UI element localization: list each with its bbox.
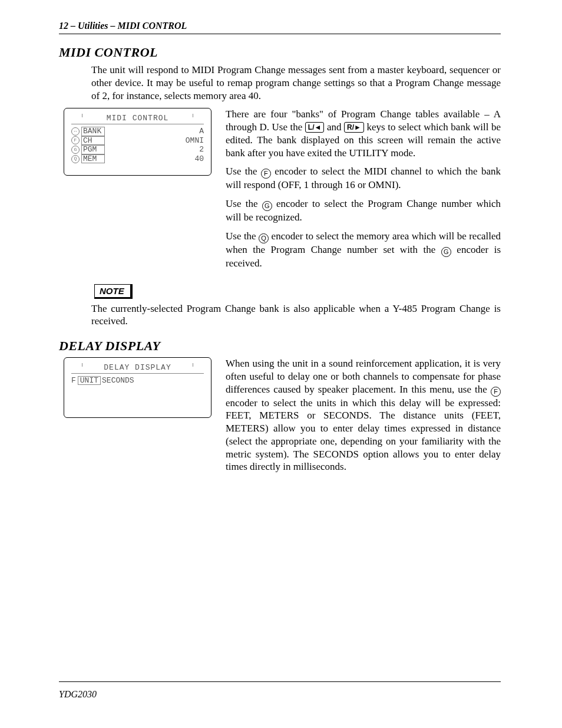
lcd-delay-display: DELAY DISPLAY F UNIT SECONDS: [64, 357, 211, 418]
encoder-f-icon: F: [491, 387, 501, 397]
knob-icon: F: [71, 136, 80, 144]
footer-rule: [59, 681, 501, 682]
lcd-row-mem: Q MEM 40: [71, 154, 204, 164]
lcd-row-pgm: G PGM 2: [71, 145, 204, 154]
lcd-label: BANK: [81, 127, 105, 136]
encoder-g-icon: G: [441, 247, 451, 257]
page-number: 12: [59, 21, 68, 31]
note-label-box: NOTE: [94, 284, 133, 299]
midi-f-encoder-paragraph: Use the F encoder to select the MIDI cha…: [226, 165, 501, 192]
lcd-midi-control: MIDI CONTROL ↔ BANK A F CH OMNI G PGM 2: [64, 108, 211, 176]
midi-g-encoder-paragraph: Use the G encoder to select the Program …: [226, 197, 501, 224]
note-text: The currently-selected Program Change ba…: [91, 302, 501, 328]
knob-icon: F: [71, 377, 76, 385]
lcd-row-ch: F CH OMNI: [71, 136, 204, 146]
lcd-label: CH: [81, 136, 105, 146]
lcd-value: OMNI: [180, 137, 204, 145]
lcd-label: MEM: [81, 154, 105, 164]
lcd-title: MIDI CONTROL: [71, 114, 204, 124]
breadcrumb: – Utilities – MIDI CONTROL: [68, 21, 187, 31]
section-title-delay-display: DELAY DISPLAY: [59, 338, 501, 354]
text: encoder to select the units in which thi…: [226, 397, 501, 473]
encoder-q-icon: Q: [259, 233, 269, 243]
encoder-g-icon: G: [262, 201, 272, 211]
knob-icon: ↔: [71, 127, 80, 136]
encoder-f-icon: F: [261, 169, 271, 179]
lcd-label: UNIT: [78, 376, 101, 386]
right-key-icon: R/►: [344, 122, 364, 133]
running-header: 12 – Utilities – MIDI CONTROL: [59, 21, 501, 31]
delay-display-paragraph: When using the unit in a sound reinforce…: [226, 357, 501, 473]
footer-model: YDG2030: [59, 689, 97, 700]
lcd-title: DELAY DISPLAY: [71, 364, 204, 374]
lcd-row-unit: F UNIT SECONDS: [71, 376, 204, 386]
midi-q-encoder-paragraph: Use the Q encoder to select the memory a…: [226, 230, 501, 270]
left-key-icon: L/◄: [305, 122, 325, 133]
text: Use the: [226, 230, 259, 242]
knob-icon: G: [71, 146, 80, 154]
knob-icon: Q: [71, 155, 80, 163]
section-title-midi-control: MIDI CONTROL: [59, 45, 501, 60]
text: When using the unit in a sound reinforce…: [226, 358, 501, 395]
header-rule: [59, 34, 501, 34]
text: Use the: [226, 198, 262, 209]
lcd-value: 40: [180, 155, 204, 163]
text: and: [324, 121, 344, 133]
lcd-value: 2: [180, 146, 204, 154]
lcd-label: PGM: [81, 145, 105, 154]
lcd-value: SECONDS: [102, 377, 134, 385]
midi-banks-paragraph: There are four "banks" of Program Change…: [226, 108, 501, 159]
lcd-value: A: [180, 127, 204, 136]
text: Use the: [226, 166, 261, 177]
midi-intro-paragraph: The unit will respond to MIDI Program Ch…: [91, 64, 501, 102]
lcd-row-bank: ↔ BANK A: [71, 127, 204, 136]
